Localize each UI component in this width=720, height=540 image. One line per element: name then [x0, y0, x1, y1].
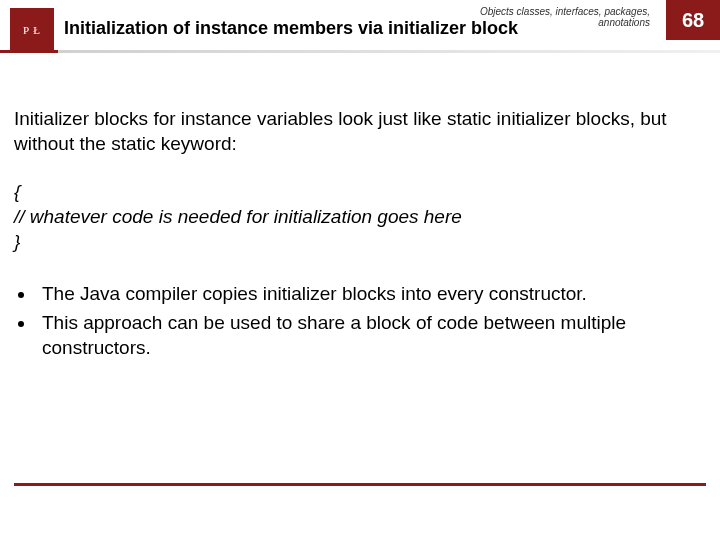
code-example: { // whatever code is needed for initial…	[14, 180, 700, 254]
logo-text: P Ł	[23, 25, 41, 36]
code-line: }	[14, 230, 700, 255]
footer-divider	[14, 483, 706, 486]
slide-content: Initializer blocks for instance variable…	[0, 52, 720, 361]
slide-number: 68	[666, 0, 720, 40]
intro-paragraph: Initializer blocks for instance variable…	[14, 107, 700, 156]
list-item: The Java compiler copies initializer blo…	[36, 282, 700, 307]
header-divider	[0, 50, 720, 53]
bullet-list: The Java compiler copies initializer blo…	[14, 282, 700, 360]
university-logo: P Ł	[10, 8, 54, 52]
code-line: // whatever code is needed for initializ…	[14, 205, 700, 230]
list-item: This approach can be used to share a blo…	[36, 311, 700, 360]
code-line: {	[14, 180, 700, 205]
slide-header: P Ł Objects classes, interfaces, package…	[0, 0, 720, 52]
slide-title: Initialization of instance members via i…	[64, 18, 518, 39]
